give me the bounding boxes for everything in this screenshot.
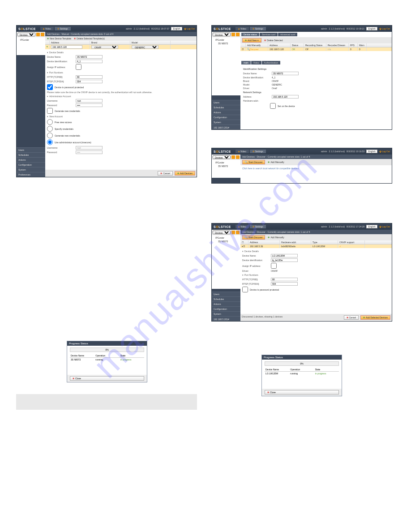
close-button[interactable]: ✖Close — [265, 390, 339, 395]
name-input[interactable] — [272, 72, 299, 75]
sect-net: Network Settings — [243, 90, 389, 94]
tab-settings[interactable]: ⚙Settings — [55, 27, 71, 30]
logo: SOLSTICE — [214, 27, 231, 30]
user-input[interactable] — [76, 99, 103, 103]
refresh-icon[interactable] — [41, 33, 44, 36]
progress-dialog-2: Progress Status 0% Device NameOperationS… — [261, 355, 342, 396]
pass-input[interactable] — [76, 103, 103, 107]
r-free[interactable] — [47, 119, 53, 125]
gen-checkbox[interactable] — [47, 108, 53, 114]
menu-schedules[interactable]: Schedules — [17, 152, 45, 157]
addr-input[interactable] — [272, 95, 299, 99]
discover-link[interactable]: 🔍Discover — [246, 47, 268, 51]
menu-actions[interactable]: Actions — [17, 157, 45, 162]
device-combo[interactable]: Devices — [213, 33, 231, 36]
add-manually-button[interactable]: ✚Add Manually — [268, 236, 284, 239]
col-brand: Brand — [90, 41, 130, 44]
lang-select[interactable]: English — [366, 27, 377, 30]
section-ports[interactable]: ▾ Port Numbers — [47, 70, 195, 75]
discover-count: Discovered 1 devices, showing 1 devices — [242, 315, 283, 320]
device-combo[interactable]: Devices — [17, 33, 35, 36]
lbl-gen: Generate new credentials — [55, 110, 80, 112]
new-template-button[interactable]: ✚New Device Template — [47, 37, 71, 40]
lbl-devname: Device Name: — [47, 56, 74, 58]
cancel-button[interactable]: ✖Cancel — [344, 315, 359, 320]
col-address: Address — [50, 41, 90, 44]
devid-input[interactable] — [271, 258, 298, 262]
rtsp-input[interactable] — [76, 80, 103, 83]
start-discover-button[interactable]: 🔍Start Discover — [242, 235, 265, 240]
sect-id: Identification Settings — [243, 67, 389, 71]
section-view[interactable]: ▾ View Account — [47, 114, 195, 119]
lang-select[interactable]: English — [171, 27, 182, 30]
subtab-auth[interactable]: Authentication — [262, 61, 281, 64]
assign-checkbox[interactable] — [76, 64, 81, 70]
lbl-r3: Generate new credentials — [55, 134, 80, 137]
tab-video[interactable]: ■Video — [235, 27, 249, 30]
tab-settings[interactable]: ⚙Settings — [250, 27, 266, 30]
cancel-button[interactable]: ✖Cancel — [158, 171, 173, 176]
ip-input[interactable] — [51, 45, 82, 49]
logout-link[interactable]: ⏻ Log Out — [379, 27, 390, 30]
pwd-checkbox[interactable] — [242, 287, 248, 292]
device-tree[interactable]: IPCorder — [17, 37, 45, 55]
edit-icon[interactable] — [36, 33, 40, 36]
setondev-checkbox[interactable] — [270, 103, 276, 109]
brand-select[interactable]: ONVIF — [91, 45, 118, 49]
delete-button[interactable]: ✖Delete Selected — [264, 39, 283, 42]
rtsp-input[interactable] — [271, 282, 298, 286]
devname-input[interactable] — [76, 55, 103, 59]
close-button[interactable]: ✖Close — [70, 376, 144, 381]
lbl-pass2: Password: — [47, 151, 74, 154]
refresh-icon[interactable] — [236, 33, 240, 36]
menu-system[interactable]: System — [17, 167, 45, 172]
progress-title: Progress Status — [67, 341, 147, 346]
r-spec[interactable] — [47, 126, 53, 132]
http-input[interactable] — [76, 75, 103, 79]
add-devices-button[interactable]: ✚Add Devices — [175, 171, 195, 176]
lbl-user2: Username: — [47, 146, 74, 149]
logout-link[interactable]: ⏻ Log Out — [184, 27, 195, 30]
r-gen[interactable] — [47, 133, 53, 138]
lbl-pass: Password: — [47, 104, 74, 107]
lbl-r1: Free view access — [55, 121, 72, 124]
menu-config[interactable]: Configuration — [17, 162, 45, 167]
subtab-video[interactable]: Video — [251, 61, 261, 64]
devid-input[interactable] — [76, 60, 103, 63]
pwd-checkbox[interactable] — [47, 84, 53, 90]
tab-video[interactable]: ■Video — [40, 27, 54, 30]
assign-checkbox[interactable] — [271, 263, 277, 269]
addnew-button[interactable]: ✚Add New▾ — [242, 38, 261, 43]
tree-root[interactable]: IPCorder — [17, 38, 44, 42]
section-admin[interactable]: ▾ Administrator Account — [47, 94, 195, 99]
sidebar: Devices IPCorder3S N8072 UsersSchedulesA… — [212, 32, 240, 129]
tree-root[interactable]: IPCorder — [213, 38, 240, 42]
section-device-details[interactable]: ▾ Device Details — [47, 50, 195, 55]
tree-item[interactable]: 3S N8072 — [213, 42, 240, 45]
devname-input[interactable] — [271, 254, 298, 257]
logo: SOLSTICE — [18, 27, 36, 30]
subtab-main[interactable]: main — [241, 61, 251, 64]
timestamp: 8/2/2012 18:07:37 — [151, 27, 169, 30]
delete-template-button[interactable]: ✖Delete Selected Template(s) — [74, 37, 105, 40]
add-selected-button[interactable]: ✚Add Selected Devices — [360, 315, 390, 320]
mtab-services[interactable]: Services conf — [260, 33, 278, 36]
menu-prefs[interactable]: Preferences — [17, 172, 45, 177]
r-admin[interactable] — [47, 139, 53, 145]
mtab-status[interactable]: Device status — [241, 33, 259, 36]
add-manually-button[interactable]: ✚Add Manually — [268, 161, 284, 163]
grey-placeholder — [16, 394, 197, 410]
expand-icon[interactable]: ▾ — [47, 45, 48, 48]
titlebar: SOLSTICE ■Video ⚙Settings admin 2.1.2 (b… — [17, 26, 197, 32]
discover-hint[interactable]: Click here to search local network for c… — [240, 165, 392, 172]
http-input[interactable] — [271, 278, 298, 281]
mtab-advanced[interactable]: Advanced conf — [278, 33, 297, 36]
lbl-r4: Use administrator account (insecure) — [55, 141, 91, 144]
start-discover-button[interactable]: 🔍Start Discover — [242, 160, 265, 164]
titlebar: SOLSTICE ■Video⚙Settings admin2.1.2 (bui… — [212, 26, 392, 32]
model-select[interactable]: GENERIC — [132, 45, 158, 49]
menu-users[interactable]: Users — [17, 147, 45, 152]
user: admin — [126, 27, 132, 30]
edit-icon[interactable] — [231, 33, 235, 36]
device-tree[interactable]: IPCorder3S N8072 — [212, 37, 240, 95]
